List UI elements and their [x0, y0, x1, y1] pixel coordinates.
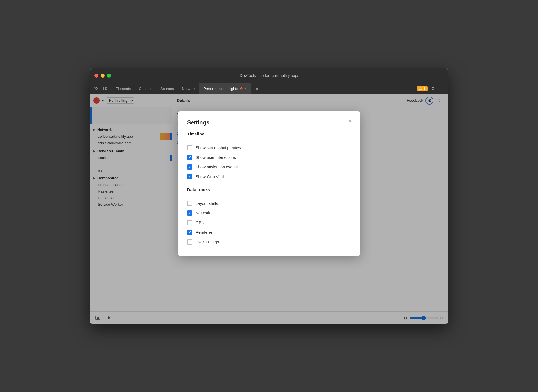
checkbox-network[interactable]: Network — [187, 208, 351, 218]
svg-rect-1 — [106, 88, 107, 90]
devtools-window: DevTools - coffee-cart.netlify.app/ — [90, 68, 448, 324]
modal-close-button[interactable]: × — [346, 117, 354, 125]
checkbox-user-interactions-box[interactable] — [187, 155, 192, 160]
tab-sources[interactable]: Sources — [156, 83, 178, 94]
title-bar: DevTools - coffee-cart.netlify.app/ — [90, 68, 448, 83]
maximize-button[interactable] — [107, 74, 111, 78]
checkbox-web-vitals-box[interactable] — [187, 174, 192, 179]
modal-title: Settings — [187, 119, 351, 126]
settings-icon-btn[interactable]: ⚙ — [429, 85, 437, 93]
settings-modal: Settings × Timeline Show screenshot prev… — [178, 111, 360, 256]
checkbox-layout-shifts-label: Layout shifts — [196, 201, 218, 206]
devtools-body: Elements Console Sources Network Perform… — [90, 83, 448, 324]
checkbox-gpu[interactable]: GPU — [187, 218, 351, 228]
minimize-button[interactable] — [101, 74, 105, 78]
main-content: ▾ No throttling ▶ Networ — [90, 94, 448, 324]
checkbox-web-vitals[interactable]: Show Web Vitals — [187, 172, 351, 182]
checkbox-user-timings[interactable]: User Timings — [187, 237, 351, 247]
tab-elements[interactable]: Elements — [111, 83, 135, 94]
checkbox-renderer-box[interactable] — [187, 230, 192, 235]
timeline-section-label: Timeline — [187, 132, 351, 136]
device-toolbar-icon[interactable] — [101, 85, 109, 93]
timeline-divider — [187, 138, 351, 138]
checkbox-screenshot-preview-label: Show screenshot preview — [196, 145, 241, 150]
issue-badge[interactable]: ⚠ 1 — [417, 86, 428, 91]
section-gap — [187, 182, 351, 187]
checkbox-renderer-label: Renderer — [196, 230, 212, 235]
tab-bar: Elements Console Sources Network Perform… — [90, 83, 448, 94]
select-element-icon[interactable] — [92, 85, 100, 93]
tab-bar-right: ⚠ 1 ⚙ ⋮ — [417, 85, 446, 93]
modal-overlay[interactable]: Settings × Timeline Show screenshot prev… — [90, 94, 448, 324]
checkbox-web-vitals-label: Show Web Vitals — [196, 174, 225, 179]
checkbox-navigation-events-label: Show navigation events — [196, 165, 238, 169]
checkbox-gpu-box[interactable] — [187, 220, 192, 225]
checkbox-navigation-events-box[interactable] — [187, 164, 192, 170]
tab-more-button[interactable]: » — [252, 83, 262, 94]
tab-console[interactable]: Console — [135, 83, 156, 94]
checkbox-layout-shifts-box[interactable] — [187, 201, 192, 206]
checkbox-renderer[interactable]: Renderer — [187, 228, 351, 237]
data-tracks-divider — [187, 194, 351, 194]
svg-rect-0 — [103, 87, 106, 90]
checkbox-layout-shifts[interactable]: Layout shifts — [187, 199, 351, 208]
checkbox-screenshot-preview-box[interactable] — [187, 145, 192, 150]
checkbox-user-interactions-label: Show user interactions — [196, 155, 236, 160]
checkbox-navigation-events[interactable]: Show navigation events — [187, 162, 351, 172]
checkbox-user-timings-box[interactable] — [187, 239, 192, 245]
tab-performance-insights[interactable]: Performance insights 📌 ✕ — [199, 83, 251, 94]
checkbox-network-box[interactable] — [187, 210, 192, 216]
more-options-icon-btn[interactable]: ⋮ — [438, 85, 446, 93]
window-title: DevTools - coffee-cart.netlify.app/ — [240, 73, 298, 78]
checkbox-user-timings-label: User Timings — [196, 240, 219, 244]
tab-network[interactable]: Network — [178, 83, 200, 94]
close-button[interactable] — [94, 74, 98, 78]
tab-pin-icon: 📌 — [239, 87, 243, 90]
tab-close-icon[interactable]: ✕ — [244, 87, 247, 91]
checkbox-screenshot-preview[interactable]: Show screenshot preview — [187, 143, 351, 153]
tab-bar-icons — [92, 85, 109, 93]
checkbox-gpu-label: GPU — [196, 220, 204, 225]
checkbox-user-interactions[interactable]: Show user interactions — [187, 153, 351, 162]
data-tracks-section-label: Data tracks — [187, 187, 351, 192]
window-controls — [94, 74, 111, 78]
checkbox-network-label: Network — [196, 211, 210, 215]
